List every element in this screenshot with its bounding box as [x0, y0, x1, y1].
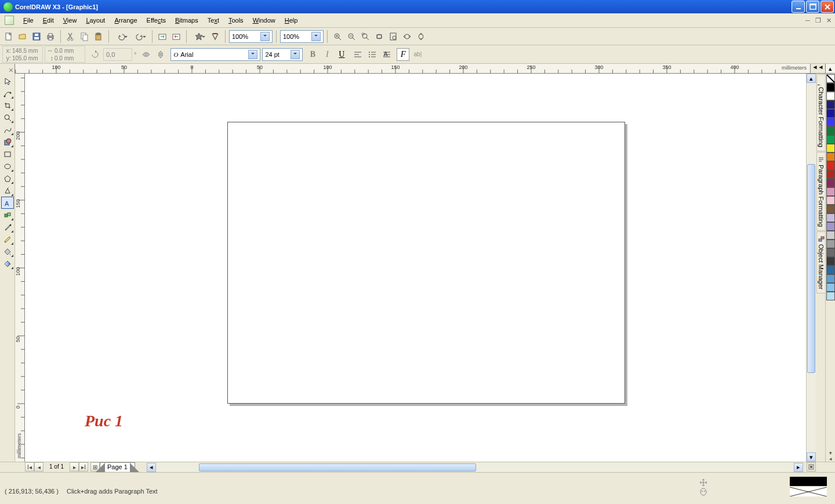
hscroll-right-icon[interactable]: ▸	[794, 463, 803, 472]
last-page-button[interactable]: ▸I	[79, 462, 88, 472]
zoom-tool[interactable]	[1, 111, 14, 124]
color-swatch[interactable]	[826, 213, 835, 222]
zoom-select-1[interactable]: 100%	[229, 30, 273, 43]
app-launcher-button[interactable]	[190, 30, 208, 43]
docker-tab-para[interactable]: Paragraph Formatting	[816, 152, 825, 231]
color-swatch[interactable]	[826, 144, 835, 153]
redo-button[interactable]	[131, 30, 148, 43]
paste-button[interactable]	[92, 30, 105, 43]
vscrollbar[interactable]: ▴ ▾	[806, 74, 816, 462]
color-swatch[interactable]	[826, 83, 835, 92]
copy-button[interactable]	[78, 30, 91, 43]
color-swatch[interactable]	[826, 292, 835, 300]
undo-button[interactable]	[112, 30, 130, 43]
color-swatch[interactable]	[826, 274, 835, 283]
close-button[interactable]	[821, 1, 834, 13]
color-swatch[interactable]	[826, 161, 835, 170]
status-fill-swatch[interactable]	[790, 477, 827, 486]
zoom-in-button[interactable]	[331, 30, 344, 43]
menu-tools[interactable]: Tools	[224, 15, 248, 26]
eyedropper-tool[interactable]	[1, 221, 14, 233]
zoom-out-button[interactable]	[345, 30, 358, 43]
crop-tool[interactable]	[1, 99, 14, 111]
navigator-button[interactable]	[807, 462, 816, 472]
menu-help[interactable]: Help	[280, 15, 303, 26]
edit-text-button[interactable]: ab|	[411, 48, 424, 61]
hscrollbar[interactable]: ◂ ▸	[147, 462, 803, 472]
open-button[interactable]	[16, 30, 29, 43]
canvas[interactable]: Рис 1	[25, 74, 806, 462]
font-select[interactable]: OArial	[170, 48, 260, 61]
basic-shapes-tool[interactable]	[1, 184, 14, 197]
color-swatch[interactable]	[826, 109, 835, 118]
prev-page-button[interactable]: ◂	[34, 462, 43, 472]
import-button[interactable]	[156, 30, 169, 43]
x-position-input[interactable]	[12, 47, 41, 54]
color-swatch[interactable]	[826, 170, 835, 179]
palette-nav-down-icon[interactable]: ▾	[826, 450, 835, 456]
height-input[interactable]	[55, 55, 84, 61]
first-page-button[interactable]: I◂	[25, 462, 34, 472]
vscroll-thumb[interactable]	[807, 164, 815, 373]
hscroll-left-icon[interactable]: ◂	[147, 463, 156, 472]
underline-button[interactable]: U	[335, 48, 348, 61]
align-button[interactable]	[351, 48, 364, 61]
menu-layout[interactable]: Layout	[81, 15, 110, 26]
font-size-select[interactable]: 24 pt	[262, 48, 303, 61]
color-swatch[interactable]	[826, 118, 835, 126]
bullets-button[interactable]	[366, 48, 379, 61]
color-swatch[interactable]	[826, 283, 835, 292]
mirror-h-button[interactable]	[140, 48, 153, 61]
menu-effects[interactable]: Effects	[142, 15, 170, 26]
menu-arrange[interactable]: Arrange	[110, 15, 141, 26]
menu-bitmaps[interactable]: Bitmaps	[170, 15, 203, 26]
minimize-button[interactable]	[792, 1, 805, 13]
no-color-swatch[interactable]	[826, 74, 835, 83]
color-swatch[interactable]	[826, 92, 835, 100]
status-outline-swatch[interactable]	[790, 487, 827, 496]
rectangle-tool[interactable]	[1, 148, 14, 160]
smart-fill-tool[interactable]	[1, 136, 14, 148]
fill-tool[interactable]	[1, 245, 14, 258]
pick-tool[interactable]	[1, 75, 14, 87]
mdi-minimize-icon[interactable]: ─	[804, 16, 812, 24]
outline-tool[interactable]	[1, 233, 14, 245]
vscroll-down-icon[interactable]: ▾	[807, 452, 816, 462]
vscroll-up-icon[interactable]: ▴	[807, 74, 816, 83]
zoom-width-button[interactable]	[401, 30, 413, 43]
color-swatch[interactable]	[826, 179, 835, 187]
mirror-v-button[interactable]	[154, 48, 167, 61]
menu-file[interactable]: File	[19, 15, 38, 26]
palette-nav-up-icon[interactable]: ▴	[825, 64, 835, 73]
menu-text[interactable]: Text	[203, 15, 224, 26]
menu-edit[interactable]: Edit	[38, 15, 59, 26]
maximize-button[interactable]	[806, 1, 819, 13]
rotation-input[interactable]: 0,0	[103, 48, 132, 61]
mdi-restore-icon[interactable]: ❐	[814, 16, 822, 24]
hscroll-thumb[interactable]	[199, 463, 476, 472]
ruler-vertical[interactable]: 050100150200 millimeters	[15, 74, 25, 462]
char-format-button[interactable]: F	[397, 48, 409, 61]
menu-window[interactable]: Window	[248, 15, 280, 26]
mdi-close-icon[interactable]: ✕	[825, 16, 833, 24]
zoom-height-button[interactable]	[415, 30, 427, 43]
zoom-select-2[interactable]: 100%	[280, 30, 324, 43]
freehand-tool[interactable]	[1, 124, 14, 136]
rotate-button[interactable]	[89, 48, 101, 61]
polygon-tool[interactable]	[1, 172, 14, 184]
print-button[interactable]	[44, 30, 57, 43]
color-swatch[interactable]	[826, 126, 835, 135]
menu-view[interactable]: View	[59, 15, 82, 26]
docker-tab-char[interactable]: FCharacter Formatting	[816, 74, 825, 151]
dropcap-button[interactable]: A	[380, 48, 393, 61]
shape-tool[interactable]	[1, 87, 14, 99]
bold-button[interactable]: B	[306, 48, 319, 61]
italic-button[interactable]: I	[321, 48, 333, 61]
interactive-blend-tool[interactable]	[1, 209, 14, 221]
y-position-input[interactable]	[12, 55, 41, 61]
docker-tab-objmgr[interactable]: Object Manager	[816, 231, 825, 293]
page-tab[interactable]: Page 1	[100, 462, 135, 472]
ruler-origin[interactable]	[0, 64, 15, 74]
interactive-fill-tool[interactable]	[1, 258, 14, 270]
next-page-button[interactable]: ▸	[70, 462, 79, 472]
